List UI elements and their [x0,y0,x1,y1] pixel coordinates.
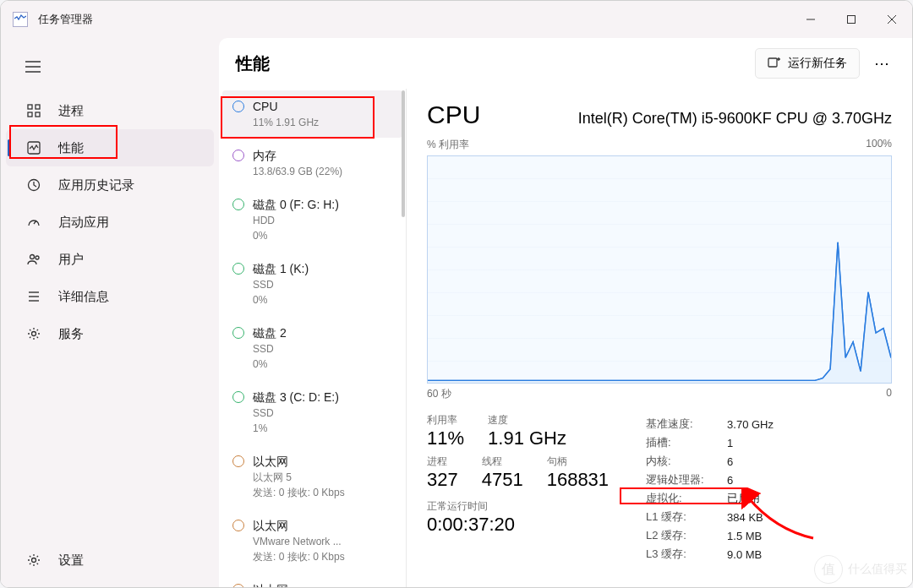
sidebar: 进程 性能 应用历史记录 启动应用 用户 详细信息 [1,38,219,587]
perf-list-item[interactable]: CPU11% 1.91 GHz [222,90,402,138]
perf-item-name: CPU [253,99,319,114]
gear-icon [26,326,41,341]
main: CPU11% 1.91 GHz 内存13.8/63.9 GB (22%) 磁盘 … [219,89,912,587]
stats-left: 利用率 11% 速度 1.91 GHz 进程 [427,413,609,564]
sidebar-item-startup[interactable]: 启动应用 [6,204,214,241]
perf-item-dot-icon [232,263,244,275]
perf-list-item[interactable]: 以太网以太网 5发送: 0 接收: 0 Kbps [222,445,402,508]
sidebar-item-users[interactable]: 用户 [6,241,214,278]
perf-item-sub: 1% [253,422,339,435]
svg-rect-21 [768,58,777,67]
uptime-value: 0:00:37:20 [427,514,609,536]
chart-top-labels: % 利用率 100% [427,138,892,152]
perf-item-sub: 0% [253,357,287,371]
svg-rect-7 [28,105,32,109]
minimize-button[interactable] [790,1,831,38]
perf-list-item[interactable]: 磁盘 1 (K:)SSD0% [222,253,402,315]
sidebar-item-label: 应用历史记录 [58,177,134,193]
sidebar-item-label: 设置 [58,553,84,569]
history-icon [26,177,41,193]
stat-handles: 句柄 168831 [547,455,609,491]
perf-list-item[interactable]: 磁盘 0 (F: G: H:)HDD0% [222,188,402,251]
perf-list-item[interactable]: 磁盘 3 (C: D: E:)SSD1% [222,381,402,444]
perf-item-name: 磁盘 1 (K:) [253,261,309,276]
stats: 利用率 11% 速度 1.91 GHz 进程 [427,413,892,564]
stats-row: 虚拟化:已启用 [646,489,774,508]
titlebar: 任务管理器 [1,1,912,38]
stats-row: 内核:6 [646,452,774,471]
close-button[interactable] [872,1,912,38]
perf-list-item[interactable]: 内存13.8/63.9 GB (22%) [222,139,402,187]
hamburger-button[interactable] [16,50,50,84]
performance-list[interactable]: CPU11% 1.91 GHz 内存13.8/63.9 GB (22%) 磁盘 … [219,89,407,588]
perf-item-sub: SSD [253,406,339,420]
stats-row: L3 缓存:9.0 MB [646,545,774,564]
stats-row: L1 缓存:384 KB [646,508,774,526]
stat-utilization: 利用率 11% [427,413,464,449]
window: 任务管理器 进程 性能 应用历史记录 [0,0,913,588]
svg-point-14 [30,255,35,259]
window-buttons [790,1,912,38]
svg-rect-1 [848,16,856,24]
perf-item-dot-icon [232,101,244,112]
gauge-icon [26,215,41,230]
svg-point-19 [32,332,36,336]
perf-item-dot-icon [232,150,244,161]
stats-key: 插槽: [646,433,722,452]
run-new-task-button[interactable]: 运行新任务 [755,48,860,79]
perf-item-name: 磁盘 3 (C: D: E:) [253,389,339,405]
pulse-icon [26,140,41,155]
stats-key: 虚拟化: [646,489,722,508]
performance-list-wrap: CPU11% 1.91 GHz 内存13.8/63.9 GB (22%) 磁盘 … [219,89,407,587]
stats-key: L1 缓存: [646,508,722,526]
stats-row: 基准速度:3.70 GHz [646,415,774,433]
content-header: 性能 运行新任务 ⋯ [219,38,912,89]
perf-item-name: 内存 [253,148,342,163]
content: 性能 运行新任务 ⋯ CPU11% 1.91 GHz 内存13.8/63.9 G… [219,38,912,587]
sidebar-item-label: 服务 [58,326,84,342]
sidebar-item-settings[interactable]: 设置 [6,542,214,579]
stat-processes: 进程 327 [427,455,458,491]
perf-list-item[interactable]: 磁盘 2SSD0% [222,317,402,379]
perf-item-sub: 13.8/63.9 GB (22%) [253,165,342,178]
stats-key: 内核: [646,452,722,471]
perf-item-name: 磁盘 2 [253,325,287,340]
perf-item-sub: 以太网 5 [253,471,345,484]
stats-row: 插槽:1 [646,433,774,452]
stat-threads: 线程 4751 [482,455,523,491]
sidebar-item-details[interactable]: 详细信息 [6,278,214,315]
stats-val: 1.5 MB [722,526,774,545]
body: 进程 性能 应用历史记录 启动应用 用户 详细信息 [1,38,912,587]
perf-item-sub: SSD [253,342,287,356]
stats-val: 已启用 [722,489,774,508]
maximize-button[interactable] [831,1,872,38]
perf-list-item[interactable]: 以太网 [222,574,402,588]
perf-list-item[interactable]: 以太网VMware Network ...发送: 0 接收: 0 Kbps [222,509,402,572]
stats-key: L3 缓存: [646,545,722,564]
window-title: 任务管理器 [38,12,93,27]
perf-item-sub: SSD [253,278,309,291]
svg-marker-24 [428,242,891,383]
perf-item-name: 磁盘 0 (F: G: H:) [253,197,339,212]
chart-ylabel: % 利用率 [427,138,469,152]
grid-icon [26,103,41,118]
detail-title: CPU [427,101,480,129]
sidebar-item-processes[interactable]: 进程 [6,92,214,129]
new-task-icon [768,56,781,72]
more-button[interactable]: ⋯ [867,48,897,79]
sidebar-item-history[interactable]: 应用历史记录 [6,166,214,204]
scrollbar[interactable] [402,90,405,217]
stats-right-table: 基准速度:3.70 GHz插槽:1内核:6逻辑处理器:6虚拟化:已启用L1 缓存… [646,415,774,564]
perf-item-dot-icon [232,455,244,467]
stats-val: 384 KB [722,508,774,526]
perf-item-sub: 0% [253,293,309,307]
sidebar-item-performance[interactable]: 性能 [6,129,214,166]
detail-pane: CPU Intel(R) Core(TM) i5-9600KF CPU @ 3.… [407,89,912,587]
sidebar-item-services[interactable]: 服务 [6,315,214,352]
perf-item-sub: HDD [253,214,339,227]
detail-header: CPU Intel(R) Core(TM) i5-9600KF CPU @ 3.… [427,101,892,129]
sidebar-item-label: 用户 [58,252,84,268]
perf-item-sub: 发送: 0 接收: 0 Kbps [253,486,345,499]
watermark: 值 什么值得买 [814,555,907,584]
users-icon [26,252,41,267]
